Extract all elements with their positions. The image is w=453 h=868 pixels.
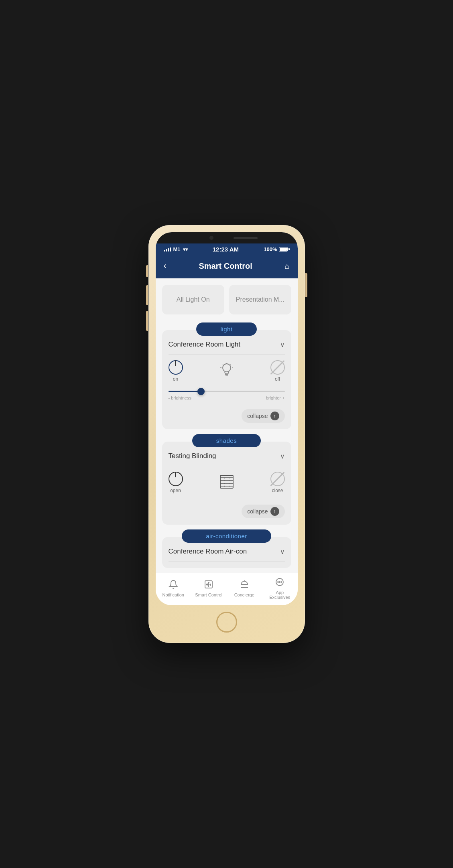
signal-bars	[164, 247, 171, 251]
nav-smart-control-label: Smart Control	[195, 592, 222, 597]
nav-app-exclusives-label: AppExclusives	[269, 590, 290, 600]
shades-category-label: shades	[192, 434, 261, 447]
light-card: Conference Room Light ∨ on	[162, 330, 291, 429]
light-chevron-icon[interactable]: ∨	[280, 341, 285, 349]
shades-collapse-row: collapse ↑	[169, 505, 285, 518]
quick-actions-row: All Light On Presentation M...	[156, 278, 298, 318]
svg-point-25	[279, 582, 280, 582]
power-on-icon	[169, 360, 183, 375]
bulb-center-icon	[219, 362, 234, 380]
nav-notification[interactable]: Notification	[156, 580, 191, 597]
presentation-mode-button[interactable]: Presentation M...	[229, 285, 291, 314]
slider-thumb[interactable]	[197, 388, 205, 395]
shades-device-header[interactable]: Testing Blinding ∨	[169, 452, 285, 466]
bell-icon	[169, 580, 178, 591]
main-content: All Light On Presentation M... light Con…	[156, 278, 298, 573]
brightness-min-label: - brightness	[169, 395, 191, 400]
status-left: M1 ▾▾	[164, 246, 188, 252]
light-device-header[interactable]: Conference Room Light ∨	[169, 341, 285, 355]
concierge-icon	[240, 580, 249, 591]
aircon-category-label: air-conditioner	[182, 529, 271, 543]
status-bar: M1 ▾▾ 12:23 AM 100%	[156, 243, 298, 255]
aircon-device-name: Conference Room Air-con	[169, 548, 247, 556]
page-title: Smart Control	[199, 262, 252, 271]
shades-chevron-icon[interactable]: ∨	[280, 452, 285, 460]
aircon-device-header[interactable]: Conference Room Air-con ∨	[169, 548, 285, 562]
back-button[interactable]: ‹	[164, 261, 167, 271]
nav-notification-label: Notification	[163, 592, 184, 597]
light-category-label: light	[196, 322, 256, 336]
status-right: 100%	[264, 246, 289, 252]
bottom-nav: Notification Smart Control	[156, 573, 298, 605]
light-collapse-button[interactable]: collapse ↑	[242, 409, 284, 423]
app-header: ‹ Smart Control ⌂	[156, 255, 298, 278]
light-device-name: Conference Room Light	[169, 341, 241, 349]
svg-line-5	[223, 365, 223, 365]
home-button[interactable]: ⌂	[284, 262, 289, 271]
svg-point-24	[278, 582, 278, 582]
shades-collapse-label: collapse	[247, 508, 268, 515]
on-label: on	[173, 376, 178, 382]
shades-device-name: Testing Blinding	[169, 452, 216, 460]
shades-close-button[interactable]: close	[270, 472, 285, 493]
off-label: off	[275, 376, 280, 382]
carrier-label: M1	[173, 246, 181, 252]
close-label: close	[272, 488, 283, 493]
light-on-button[interactable]: on	[169, 360, 183, 382]
light-collapse-row: collapse ↑	[169, 409, 285, 423]
shades-card: Testing Blinding ∨ open	[162, 442, 291, 525]
nav-smart-control[interactable]: Smart Control	[191, 580, 227, 597]
battery-icon	[279, 247, 290, 251]
nav-concierge-label: Concierge	[234, 592, 254, 597]
brightness-slider-row: - brightness brighter +	[169, 386, 285, 402]
wifi-icon: ▾▾	[183, 247, 188, 252]
shades-open-button[interactable]: open	[169, 472, 183, 493]
light-section: light Conference Room Light ∨ on	[162, 322, 291, 429]
dots-circle-icon	[275, 577, 284, 588]
sliders-icon	[204, 580, 213, 591]
home-hardware-button[interactable]	[216, 612, 237, 633]
shade-open-icon	[169, 472, 183, 486]
svg-point-26	[281, 582, 282, 582]
light-controls: on	[169, 355, 285, 405]
svg-point-0	[223, 364, 231, 372]
aircon-section: air-conditioner Conference Room Air-con …	[162, 529, 291, 568]
shade-close-icon	[270, 472, 285, 486]
light-collapse-label: collapse	[247, 413, 268, 419]
nav-concierge[interactable]: Concierge	[227, 580, 262, 597]
collapse-up-arrow: ↑	[270, 412, 279, 420]
battery-label: 100%	[264, 246, 277, 252]
light-off-button[interactable]: off	[270, 360, 285, 382]
brightness-max-label: brighter +	[266, 395, 285, 400]
shades-controls: open	[169, 466, 285, 501]
shades-collapse-up-arrow: ↑	[270, 507, 279, 516]
nav-app-exclusives[interactable]: AppExclusives	[262, 577, 298, 600]
brightness-slider[interactable]	[169, 391, 285, 392]
time-label: 12:23 AM	[213, 246, 239, 253]
blinds-center-icon	[219, 474, 235, 491]
aircon-chevron-icon[interactable]: ∨	[280, 548, 285, 556]
all-light-on-button[interactable]: All Light On	[162, 285, 224, 314]
shades-collapse-button[interactable]: collapse ↑	[242, 505, 284, 518]
shades-section: shades Testing Blinding ∨ open	[162, 434, 291, 525]
svg-line-4	[230, 365, 231, 365]
power-off-icon	[270, 360, 285, 375]
open-label: open	[170, 488, 181, 493]
